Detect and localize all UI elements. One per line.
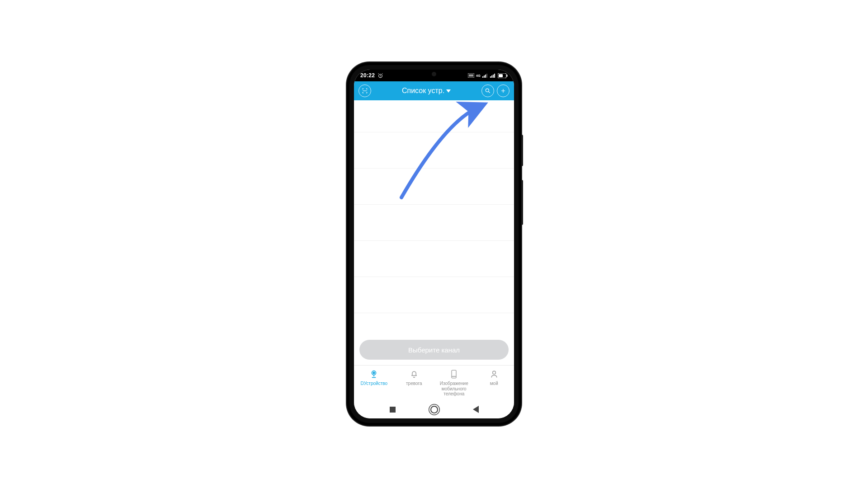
alarm-icon xyxy=(377,73,383,79)
divider xyxy=(354,204,514,205)
phone-frame: 20:22 4G xyxy=(347,62,521,426)
app-header: Список устр. xyxy=(354,81,514,100)
svg-rect-7 xyxy=(490,76,491,78)
svg-rect-2 xyxy=(469,75,473,77)
bottom-nav: DУстройство тревога xyxy=(354,365,514,400)
device-list-content: Выберите канал xyxy=(354,100,514,365)
camera-icon xyxy=(369,369,379,379)
annotation-arrow xyxy=(390,96,494,200)
android-back-button[interactable] xyxy=(473,406,479,413)
nav-tab-alarm[interactable]: тревога xyxy=(394,369,434,386)
phone-screen: 20:22 4G xyxy=(354,70,514,418)
bell-icon xyxy=(410,370,419,379)
svg-rect-3 xyxy=(482,76,483,78)
status-time: 20:22 xyxy=(360,72,375,79)
scan-button[interactable] xyxy=(359,84,371,97)
plus-icon xyxy=(500,88,506,94)
phone-side-button xyxy=(521,180,523,225)
nav-tab-mine[interactable]: мой xyxy=(474,369,514,386)
user-icon xyxy=(490,370,499,379)
phone-image-icon xyxy=(450,370,458,379)
svg-rect-5 xyxy=(485,75,486,78)
android-home-button[interactable] xyxy=(430,406,438,413)
divider xyxy=(354,168,514,169)
svg-point-18 xyxy=(492,371,495,374)
divider xyxy=(354,277,514,277)
svg-point-16 xyxy=(373,372,375,374)
svg-rect-13 xyxy=(499,74,503,77)
nav-tab-phone-image[interactable]: Изображение мобильного телефона xyxy=(434,369,474,397)
phone-side-button xyxy=(521,135,523,166)
scan-icon xyxy=(362,88,368,94)
svg-rect-4 xyxy=(484,75,485,78)
nav-tab-device[interactable]: DУстройство xyxy=(354,369,394,386)
chevron-down-icon xyxy=(446,89,451,93)
svg-rect-8 xyxy=(491,75,492,78)
phone-notch xyxy=(429,70,439,80)
nav-label: Изображение мобильного телефона xyxy=(435,381,473,397)
svg-rect-6 xyxy=(486,74,487,78)
divider xyxy=(354,240,514,241)
nav-label: мой xyxy=(490,381,498,386)
divider xyxy=(354,313,514,313)
svg-rect-17 xyxy=(452,370,456,378)
network-type: 4G xyxy=(476,74,481,77)
search-button[interactable] xyxy=(481,84,494,97)
signal-icon xyxy=(490,73,496,78)
svg-rect-9 xyxy=(493,75,494,78)
signal-icon xyxy=(482,73,488,78)
select-channel-button[interactable]: Выберите канал xyxy=(359,340,509,360)
header-title-dropdown[interactable]: Список устр. xyxy=(402,87,451,95)
search-icon xyxy=(485,88,491,94)
nav-label: DУстройство xyxy=(360,381,387,386)
svg-rect-10 xyxy=(494,74,495,78)
nav-label: тревога xyxy=(406,381,422,386)
volte-icon xyxy=(468,73,474,78)
battery-icon xyxy=(498,73,508,78)
svg-rect-12 xyxy=(507,75,508,77)
android-nav-bar xyxy=(354,400,514,418)
divider xyxy=(354,132,514,132)
header-title-label: Список устр. xyxy=(402,87,444,95)
select-channel-label: Выберите канал xyxy=(408,346,460,354)
add-button[interactable] xyxy=(497,84,509,97)
android-recent-button[interactable] xyxy=(390,407,396,413)
svg-point-14 xyxy=(486,89,489,92)
